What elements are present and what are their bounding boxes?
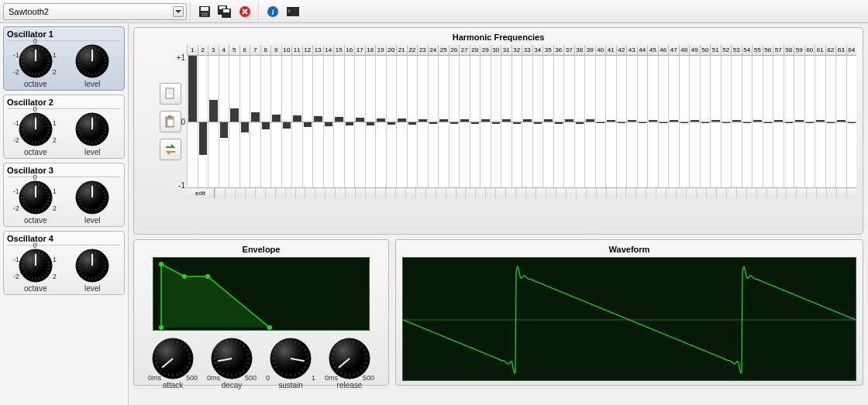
harmonic-edit-cell[interactable] [826,188,836,198]
harmonic-edit-cell[interactable] [446,188,456,198]
harmonic-edit-cell[interactable] [395,188,405,198]
harmonic-edit-cell[interactable] [746,188,756,198]
harmonic-edit-cell[interactable] [846,188,856,198]
harmonic-edit-cell[interactable] [756,188,766,198]
harmonic-edit-cell[interactable] [606,188,616,198]
harmonics-sliders[interactable] [187,56,856,187]
save-button[interactable] [195,2,215,21]
harmonic-edit-cell[interactable] [706,188,716,198]
harmonic-header-cell: 43 [626,45,637,55]
harmonic-edit-cell[interactable] [596,188,606,198]
harmonic-header-cell: 29 [480,45,491,55]
svg-point-225 [159,262,164,266]
harmonic-edit-cell[interactable] [465,188,475,198]
harmonic-edit-cell[interactable] [546,188,556,198]
harmonic-header-cell: 31 [501,45,512,55]
harmonic-edit-cell[interactable] [736,188,746,198]
level-knob[interactable] [74,112,110,147]
harmonic-edit-cell[interactable] [315,188,325,198]
harmonics-edit-label[interactable]: edit [187,188,215,198]
octave-knob[interactable]: -2 -1 0 1 2 [18,43,53,79]
harmonic-edit-cell[interactable] [515,188,525,198]
harmonic-edit-cell[interactable] [275,188,285,198]
harmonic-edit-cell[interactable] [255,188,265,198]
harmonic-edit-cell[interactable] [415,188,425,198]
oscillator-4[interactable]: Oscillator 4 -2 -1 0 1 2 octave [3,231,125,295]
harmonic-edit-cell[interactable] [586,188,596,198]
harmonic-edit-cell[interactable] [616,188,626,198]
harmonic-edit-cell[interactable] [806,188,816,198]
save-as-button[interactable] [215,2,235,21]
harmonic-edit-cell[interactable] [485,188,495,198]
svg-marker-223 [161,264,270,328]
oscillator-2[interactable]: Oscillator 2 -2 -1 0 1 2 octave [3,94,125,159]
harmonic-edit-cell[interactable] [636,188,646,198]
harmonic-edit-cell[interactable] [505,188,515,198]
harmonic-edit-cell[interactable] [385,188,395,198]
octave-knob[interactable]: -2 -1 0 1 2 [18,248,53,283]
harmonic-edit-cell[interactable] [456,188,466,198]
harmonic-edit-cell[interactable] [235,188,245,198]
harmonic-edit-cell[interactable] [676,188,686,198]
harmonic-edit-cell[interactable] [556,188,566,198]
level-knob[interactable] [74,248,110,283]
harmonic-edit-cell[interactable] [666,188,676,198]
harmonic-edit-cell[interactable] [365,188,375,198]
harmonic-edit-cell[interactable] [495,188,505,198]
harmonic-edit-cell[interactable] [436,188,446,198]
level-knob[interactable] [74,43,110,79]
harmonic-edit-cell[interactable] [295,188,305,198]
harmonic-edit-cell[interactable] [777,188,787,198]
harmonic-edit-cell[interactable] [836,188,846,198]
harmonic-edit-cell[interactable] [375,188,385,198]
envelope-graph[interactable] [153,257,370,331]
save-as-icon [217,5,232,19]
harmonic-edit-cell[interactable] [285,188,295,198]
harmonic-edit-cell[interactable] [816,188,826,198]
oscillator-title: Oscillator 4 [7,234,121,245]
sustain-knob[interactable]: 0 1 [269,337,312,380]
octave-knob[interactable]: -2 -1 0 1 2 [18,180,53,215]
preset-select[interactable]: Sawtooth2 [3,3,187,20]
console-button[interactable] [283,2,303,21]
harmonic-edit-cell[interactable] [405,188,415,198]
harmonic-edit-cell[interactable] [475,188,485,198]
harmonic-edit-cell[interactable] [786,188,796,198]
delete-button[interactable] [235,2,255,21]
harmonic-edit-cell[interactable] [525,188,536,198]
harmonic-edit-cell[interactable] [425,188,436,198]
level-knob[interactable] [74,180,110,215]
harmonic-edit-cell[interactable] [566,188,576,198]
info-button[interactable]: i [263,2,283,21]
harmonic-edit-cell[interactable] [325,188,335,198]
oscillator-3[interactable]: Oscillator 3 -2 -1 0 1 2 octave [3,163,125,227]
harmonic-edit-cell[interactable] [335,188,345,198]
harmonic-edit-cell[interactable] [355,188,365,198]
harmonic-header-cell: 18 [365,45,376,55]
harmonic-edit-cell[interactable] [215,188,225,198]
harmonic-edit-cell[interactable] [265,188,275,198]
octave-knob[interactable]: -2 -1 0 1 2 [18,112,53,147]
harmonic-edit-cell[interactable] [625,188,636,198]
harmonic-edit-cell[interactable] [716,188,726,198]
harmonic-edit-cell[interactable] [345,188,355,198]
harmonic-edit-cell[interactable] [576,188,586,198]
harmonic-header-cell: 21 [396,45,407,55]
harmonic-edit-cell[interactable] [646,188,656,198]
harmonic-edit-cell[interactable] [245,188,255,198]
decay-knob[interactable]: 0ms 500 [210,337,253,380]
harmonic-edit-cell[interactable] [305,188,315,198]
harmonic-edit-cell[interactable] [686,188,696,198]
harmonic-edit-cell[interactable] [766,188,777,198]
harmonic-edit-cell[interactable] [536,188,546,198]
harmonic-edit-cell[interactable] [696,188,706,198]
harmonic-edit-cell[interactable] [225,188,235,198]
harmonic-header-cell: 5 [229,45,239,55]
harmonic-edit-cell[interactable] [726,188,736,198]
oscillator-1[interactable]: Oscillator 1 -2 -1 0 1 2 octave [3,26,125,91]
harmonic-edit-cell[interactable] [656,188,666,198]
harmonic-edit-cell[interactable] [796,188,806,198]
attack-knob[interactable]: 0ms 500 [151,337,195,380]
release-knob[interactable]: 0ms 500 [328,337,371,380]
harmonic-header-cell: 44 [637,45,648,55]
